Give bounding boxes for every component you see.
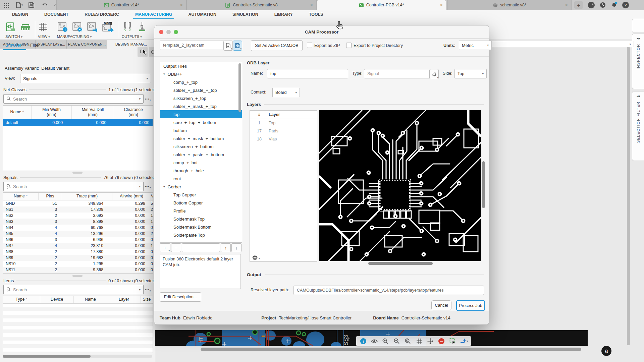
export-zip-checkbox[interactable] xyxy=(307,43,312,48)
tree-item[interactable]: Soldermask Top xyxy=(160,215,242,223)
camjob-filename-field[interactable]: template_2_layer.cam xyxy=(160,41,227,50)
process-job-button[interactable]: Process Job xyxy=(456,300,485,311)
add-output-button[interactable]: +▾ xyxy=(160,243,170,252)
job-status-clock-icon[interactable] xyxy=(599,2,606,8)
output-files-tree[interactable]: Output Files ▾ODB++ comp_+_top solder_+_… xyxy=(160,62,242,243)
move-up-button[interactable]: ↑ xyxy=(221,243,231,252)
signal-row[interactable]: N$5413.2960.0002 xyxy=(3,231,153,237)
menu-design[interactable]: DESIGN xyxy=(11,11,29,18)
export-manufacturing-icon[interactable] xyxy=(87,21,97,32)
view-grid-icon[interactable] xyxy=(38,21,49,32)
signal-row[interactable]: N$338.3980.0001 xyxy=(3,219,153,225)
preview-vertical-scrollbar[interactable] xyxy=(482,161,485,208)
col-trace[interactable]: Trace (mm) xyxy=(62,193,112,200)
zoom-in-icon[interactable] xyxy=(381,337,389,345)
signals-options-button[interactable]: •••▾ xyxy=(144,183,152,190)
export-project-checkbox[interactable] xyxy=(346,43,352,48)
subtab-filter[interactable]: Filter xyxy=(30,43,40,48)
tree-item[interactable]: solder_+_paste_+_top xyxy=(160,86,242,94)
zoom-fit-icon[interactable] xyxy=(404,337,412,345)
open-camjob-button[interactable]: ▾ xyxy=(223,41,233,51)
side-select[interactable]: Top▾ xyxy=(454,69,487,78)
marquee-select-icon[interactable] xyxy=(449,337,457,345)
col-vias[interactable]: Vias xyxy=(151,193,153,200)
units-select[interactable]: Metric▾ xyxy=(459,41,492,50)
subtab-browser[interactable]: Browser xyxy=(5,43,21,48)
menu-rules-drc-erc[interactable]: RULES DRC/ERC xyxy=(84,11,120,18)
close-icon[interactable]: × xyxy=(310,3,313,7)
tree-item[interactable]: top xyxy=(160,110,242,118)
extension-manager-icon[interactable] xyxy=(588,2,595,8)
help-icon[interactable]: ? xyxy=(622,2,629,8)
signal-row[interactable]: N$1021.2950.0000 xyxy=(3,261,153,267)
signal-row[interactable]: N$7423.3100.0001 xyxy=(3,243,153,249)
context-select[interactable]: Board▾ xyxy=(272,88,300,97)
undo-icon[interactable] xyxy=(41,2,49,10)
toolbar-group-label[interactable]: MANUFACTURING ▾ xyxy=(57,35,115,39)
new-tab-button[interactable]: + xyxy=(574,1,583,9)
col-layer-number[interactable]: # xyxy=(250,112,269,117)
tree-item[interactable]: solder_+_mask_+_top xyxy=(160,102,242,110)
layer-preview[interactable] xyxy=(319,110,481,261)
eye-visibility-icon[interactable] xyxy=(370,337,378,345)
save-icon[interactable] xyxy=(27,1,36,9)
col-pins[interactable]: Pins xyxy=(38,193,62,200)
notifications-bell-icon[interactable] xyxy=(611,2,618,8)
signal-row[interactable]: N$9219.6830.0000 xyxy=(3,255,153,261)
pan-move-icon[interactable] xyxy=(426,337,434,345)
col-type[interactable]: Type ^ xyxy=(3,296,40,303)
tab-place-components[interactable]: PLACE COMPONEN... xyxy=(66,40,107,49)
zoom-out-icon[interactable] xyxy=(393,337,401,345)
col-device[interactable]: Device xyxy=(40,296,73,303)
layer-row[interactable]: 18Vias xyxy=(250,135,317,143)
canvas-vertical-scrollbar[interactable] xyxy=(627,47,630,345)
delete-icon[interactable] xyxy=(437,337,445,345)
doc-tab-controller-pcb[interactable]: Controller-PCB v14* × xyxy=(317,0,446,10)
app-grid-icon[interactable] xyxy=(2,1,11,9)
tree-item[interactable]: comp_+_top xyxy=(160,78,242,86)
camjob-description[interactable]: Fusion 360 Electronics default 2 layer C… xyxy=(160,254,241,289)
signal-row[interactable]: GND51349.8640.2985 xyxy=(3,200,153,206)
col-min-width[interactable]: Min Width(mm) xyxy=(31,106,71,119)
signal-row[interactable]: N$1129.3680.0000 xyxy=(3,267,153,273)
disclosure-triangle-icon[interactable]: ▾ xyxy=(163,72,165,76)
signal-row[interactable]: N$223.6930.0001 xyxy=(3,213,153,219)
col-clearance[interactable]: Clearance(mm) xyxy=(114,106,153,119)
route-tool-icon[interactable]: ▾ xyxy=(460,337,468,345)
dialog-title-bar[interactable]: CAM Processor xyxy=(154,25,489,39)
set-active-camjob-button[interactable]: Set As Active CAMJOB xyxy=(251,40,303,51)
layer-row[interactable]: 17Pads xyxy=(250,127,317,135)
doc-tab-controller-schematic[interactable]: Controller-Schematic v8 × xyxy=(186,0,317,10)
layer-row[interactable]: 1Top xyxy=(250,119,317,127)
odb-export-icon[interactable]: ODB++ xyxy=(101,21,115,32)
signals-search-input[interactable]: Search ▾ xyxy=(3,182,144,191)
tree-item[interactable]: comp_+_bot xyxy=(160,159,242,167)
close-icon[interactable]: × xyxy=(180,3,183,7)
remove-output-button[interactable]: − xyxy=(171,243,181,252)
tree-item[interactable]: core_+_top_+_bottom xyxy=(160,118,242,126)
manufacturing-settings-icon[interactable] xyxy=(72,21,83,32)
tree-item[interactable]: Top Copper xyxy=(160,191,242,199)
tab-design-manager[interactable]: DESIGN MANAG... xyxy=(107,40,155,49)
col-name[interactable]: Name xyxy=(73,296,107,303)
tree-item[interactable]: Profile xyxy=(160,207,242,215)
docked-panel-stub[interactable] xyxy=(632,19,644,33)
switch-schematic-icon[interactable] xyxy=(5,21,16,32)
type-settings-button[interactable]: ▾ xyxy=(429,69,439,79)
close-window-button[interactable] xyxy=(159,30,163,34)
tree-item[interactable]: silkscreen_+_bottom xyxy=(160,142,242,150)
items-horizontal-scrollbar[interactable] xyxy=(3,355,152,358)
tree-group-gerber[interactable]: ▾Gerber xyxy=(160,183,242,191)
drill-tools-icon[interactable] xyxy=(122,21,132,32)
disclosure-triangle-icon[interactable]: ▾ xyxy=(163,185,165,188)
col-airwire[interactable]: Airwire (mm) xyxy=(112,193,151,200)
tree-item[interactable]: Bottom Copper xyxy=(160,199,242,207)
pick-place-icon[interactable] xyxy=(137,21,147,32)
layer-type-field[interactable]: Signal xyxy=(364,69,435,78)
signal-row[interactable]: N$1317.3090.0002 xyxy=(3,206,153,213)
toolbar-group-label[interactable]: VIEW ▾ xyxy=(38,35,50,39)
maximize-window-button[interactable] xyxy=(174,30,178,34)
tree-item[interactable]: rout xyxy=(160,175,242,183)
menu-manufacturing[interactable]: MANUFACTURING xyxy=(135,11,173,18)
doc-tab-controller[interactable]: Controller v14* × xyxy=(56,0,186,10)
